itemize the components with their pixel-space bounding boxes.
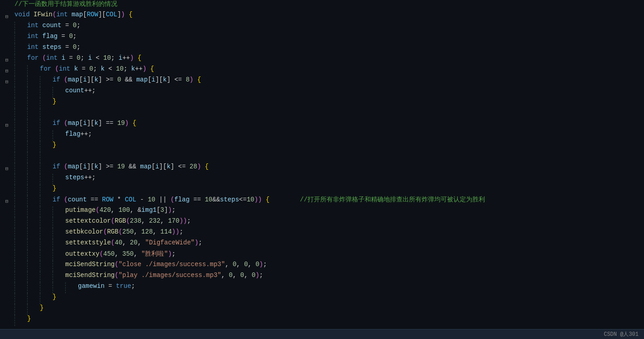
code-token: ( (64, 196, 67, 203)
table-row: int flag = 0; (0, 33, 644, 43)
code-token: 0 (69, 33, 72, 40)
code-token: steps (220, 196, 239, 203)
code-token: int (46, 54, 62, 62)
code-token: ; (263, 261, 267, 268)
code-token: * (113, 196, 125, 203)
code-token: , (134, 250, 141, 258)
fold-gutter (0, 185, 14, 196)
code-token: ][ (87, 119, 95, 127)
code-line-content: if (map[i][k] >= 19 && map[i][k] <= 28) … (14, 163, 644, 174)
indent-guide (27, 282, 40, 293)
indent-guide (14, 261, 27, 272)
indent-guide (27, 217, 40, 228)
fold-gutter[interactable]: ⊟ (0, 119, 14, 130)
table-row: ⊟ for (int i = 0; i < 10; i++) { (0, 54, 644, 65)
code-token: ( (96, 206, 99, 214)
code-line-content: void IFwin(int map[ROW][COL]) { (14, 11, 644, 22)
code-token: map (72, 11, 83, 18)
code-token: , (111, 206, 119, 214)
fold-gutter[interactable]: ⊟ (0, 11, 14, 22)
code-token: == (87, 196, 102, 203)
code-line-content: } (14, 141, 644, 152)
code-token: if (53, 163, 64, 170)
code-token: ( (171, 196, 174, 203)
table-row: settextstyle(40, 20, "DigfaceWide"); (0, 239, 644, 250)
indent-guide (14, 33, 27, 43)
code-line-content: gamewin = true; (14, 282, 644, 293)
code-token: ; (260, 272, 263, 279)
table-row: } (0, 293, 644, 304)
code-token: , (236, 261, 244, 268)
code-token: 0 (89, 65, 93, 72)
indent-guide (14, 239, 27, 250)
code-token: ] (164, 206, 168, 214)
indent-guide (14, 109, 27, 119)
code-line-content: mciSendString("play ./images/success.mp3… (14, 272, 644, 282)
indent-guide (27, 196, 40, 206)
code-token: ] >= (98, 163, 117, 170)
table-row: putimage(420, 100, &img1[3]); (0, 206, 644, 217)
indent-guide (40, 76, 53, 87)
code-token: } (53, 185, 56, 192)
code-token: } (53, 293, 56, 301)
code-line-content: for (int i = 0; i < 10; i++) { (14, 54, 644, 65)
table-row: outtextxy(450, 350, "胜利啦"); (0, 250, 644, 261)
indent-guide (14, 250, 27, 261)
code-line-content: flag++; (14, 130, 644, 141)
code-token: ( (55, 65, 59, 72)
fold-gutter (0, 282, 14, 293)
code-token: ) (255, 272, 259, 279)
indent-guide (14, 141, 27, 152)
code-token: 10 (148, 196, 155, 203)
fold-gutter[interactable]: ⊟ (0, 163, 14, 174)
code-token (125, 11, 129, 18)
fold-gutter[interactable]: ⊟ (0, 196, 14, 206)
code-token: ) (254, 196, 258, 203)
code-token: 0 (240, 272, 244, 279)
code-token: [ (152, 163, 155, 170)
code-line-content: putimage(420, 100, &img1[3]); (14, 206, 644, 217)
code-token: flag (174, 196, 190, 203)
fold-gutter[interactable]: ⊟ (0, 54, 14, 65)
code-token: int (27, 43, 43, 51)
indent-guide (40, 119, 53, 130)
code-area: //下一函数用于结算游戏胜利的情况⊟void IFwin(int map[ROW… (0, 0, 644, 329)
code-token: ; (172, 206, 175, 214)
code-token: [ (157, 206, 160, 214)
table-row: settextcolor(RGB(238, 232, 170)); (0, 217, 644, 228)
indent-guide (14, 87, 27, 98)
fold-gutter (0, 141, 14, 152)
code-token: 20 (130, 239, 138, 246)
indent-guide (40, 163, 53, 174)
table-row: ⊟ if (map[i][k] >= 0 && map[i][k] <= 8) … (0, 76, 644, 87)
fold-gutter (0, 250, 14, 261)
code-line-content: } (14, 293, 644, 304)
fold-gutter[interactable]: ⊟ (0, 65, 14, 76)
code-token: ; (187, 217, 191, 224)
indent-guide (27, 98, 40, 109)
indent-guide (40, 272, 53, 282)
code-token: ROW (102, 196, 113, 203)
code-token: count (43, 22, 62, 29)
code-token: < (92, 54, 103, 62)
code-line-content: int count = 0; (14, 22, 644, 33)
code-token: ( (111, 217, 115, 224)
table-row: ⊟ for (int k = 0; k < 10; k++) { (0, 65, 644, 76)
code-token (201, 163, 205, 170)
code-token: , (134, 228, 141, 235)
code-token (146, 65, 150, 72)
code-token: k (94, 119, 98, 127)
indent-guide (40, 87, 53, 98)
code-token: , (122, 239, 130, 246)
code-token: ( (115, 272, 118, 279)
indent-guide (53, 282, 65, 293)
table-row: flag++; (0, 130, 644, 141)
fold-gutter[interactable]: ⊟ (0, 76, 14, 87)
code-token: flag (43, 33, 58, 40)
code-token: map (68, 163, 79, 170)
code-token: ++ (135, 65, 143, 72)
table-row (0, 109, 644, 119)
table-row: gamewin = true; (0, 282, 644, 293)
fold-gutter (0, 98, 14, 109)
indent-guide (40, 239, 53, 250)
